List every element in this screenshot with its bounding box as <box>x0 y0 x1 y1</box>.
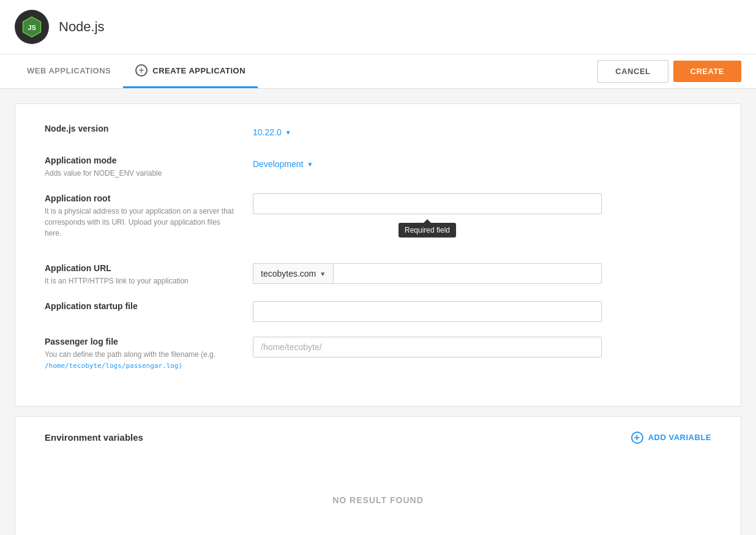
app-logo: JS <box>15 10 49 44</box>
passenger-log-label-col: Passenger log file You can define the pa… <box>45 337 253 372</box>
passenger-log-sublabel-text: You can define the path along with the f… <box>45 350 215 359</box>
passenger-log-sublabel: You can define the path along with the f… <box>45 349 238 372</box>
app-url-row: Application URL It is an HTTP/HTTPS link… <box>45 263 711 286</box>
app-root-tooltip-wrapper: Required field <box>253 193 602 214</box>
app-root-control: Required field <box>253 193 711 214</box>
domain-dropdown[interactable]: tecobytes.com ▼ <box>253 263 333 284</box>
url-path-input[interactable] <box>333 263 602 284</box>
svg-text:JS: JS <box>28 24 36 31</box>
app-url-label-col: Application URL It is an HTTP/HTTPS link… <box>45 263 253 286</box>
app-root-input[interactable] <box>253 193 602 214</box>
domain-arrow-icon: ▼ <box>320 271 326 277</box>
add-variable-button[interactable]: + ADD VARIABLE <box>631 432 711 444</box>
env-title: Environment variables <box>45 432 143 443</box>
nodejs-version-label: Node.js version <box>45 124 238 133</box>
app-mode-label: Application mode <box>45 155 238 165</box>
nodejs-version-row: Node.js version 10.22.0 ▼ <box>45 124 711 141</box>
nav-actions: CANCEL CREATE <box>597 60 741 83</box>
nodejs-version-arrow-icon: ▼ <box>285 129 291 136</box>
app-url-sublabel: It is an HTTP/HTTPS link to your applica… <box>45 275 238 286</box>
create-button[interactable]: CREATE <box>673 61 741 82</box>
passenger-log-input[interactable] <box>253 337 602 357</box>
tab-create-application[interactable]: + CREATE APPLICATION <box>123 54 258 88</box>
passenger-log-label: Passenger log file <box>45 337 238 346</box>
app-mode-dropdown[interactable]: Development ▼ <box>253 155 313 173</box>
add-variable-label: ADD VARIABLE <box>648 433 711 442</box>
nav-tabs: WEB APPLICATIONS + CREATE APPLICATION CA… <box>0 54 756 89</box>
required-field-tooltip: Required field <box>399 223 456 238</box>
env-header: Environment variables + ADD VARIABLE <box>45 432 711 444</box>
add-variable-plus-icon: + <box>631 432 643 444</box>
app-header: JS Node.js <box>0 0 756 54</box>
nodejs-version-value: 10.22.0 <box>253 127 282 137</box>
page-title: Node.js <box>59 19 105 35</box>
plus-circle-icon: + <box>135 64 148 77</box>
tab-web-applications[interactable]: WEB APPLICATIONS <box>15 56 123 87</box>
nodejs-version-dropdown[interactable]: 10.22.0 ▼ <box>253 124 291 141</box>
app-root-row: Application root It is a physical addres… <box>45 193 711 239</box>
app-mode-label-col: Application mode Adds value for NODE_ENV… <box>45 155 253 179</box>
domain-value: tecobytes.com <box>261 269 316 279</box>
app-mode-arrow-icon: ▼ <box>307 161 313 168</box>
startup-file-label: Application startup file <box>45 301 238 311</box>
nodejs-logo-icon: JS <box>21 16 43 38</box>
app-url-control: tecobytes.com ▼ <box>253 263 711 284</box>
app-mode-value: Development <box>253 159 304 169</box>
app-root-label: Application root <box>45 193 238 203</box>
startup-file-row: Application startup file <box>45 301 711 322</box>
cancel-button[interactable]: CANCEL <box>597 60 668 83</box>
passenger-log-code-example: /home/tecobyte/logs/passengar.log) <box>45 362 182 370</box>
create-tab-label: CREATE APPLICATION <box>152 66 245 75</box>
no-result-text: NO RESULT FOUND <box>45 458 711 529</box>
app-root-label-col: Application root It is a physical addres… <box>45 193 253 239</box>
main-content: Node.js version 10.22.0 ▼ Application mo… <box>0 89 756 535</box>
app-root-sublabel: It is a physical address to your applica… <box>45 206 238 239</box>
passenger-log-row: Passenger log file You can define the pa… <box>45 337 711 372</box>
startup-file-label-col: Application startup file <box>45 301 253 313</box>
app-url-label: Application URL <box>45 263 238 273</box>
app-mode-sublabel: Adds value for NODE_ENV variable <box>45 168 238 179</box>
nodejs-version-control: 10.22.0 ▼ <box>253 124 711 141</box>
nodejs-version-label-col: Node.js version <box>45 124 253 136</box>
startup-file-input[interactable] <box>253 301 602 322</box>
nav-tabs-left: WEB APPLICATIONS + CREATE APPLICATION <box>15 54 258 88</box>
url-row: tecobytes.com ▼ <box>253 263 602 284</box>
app-mode-control: Development ▼ <box>253 155 711 173</box>
startup-file-control <box>253 301 711 322</box>
env-card: Environment variables + ADD VARIABLE NO … <box>15 416 741 536</box>
passenger-log-control <box>253 337 711 357</box>
app-mode-row: Application mode Adds value for NODE_ENV… <box>45 155 711 179</box>
form-card: Node.js version 10.22.0 ▼ Application mo… <box>15 103 741 406</box>
